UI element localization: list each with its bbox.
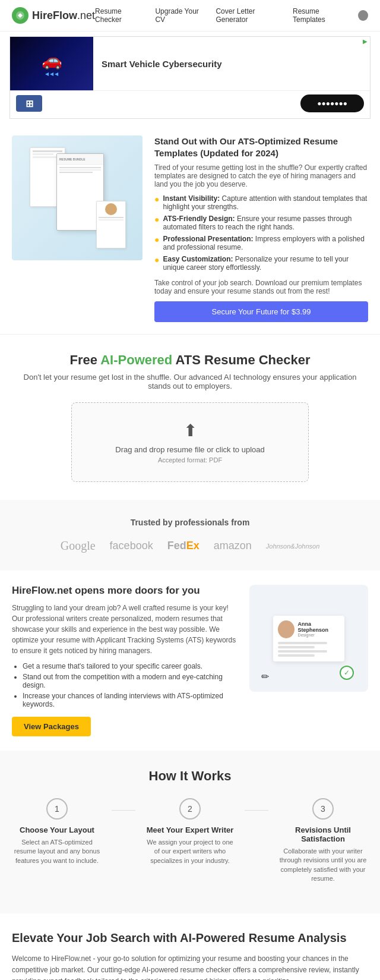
step-title-1: Choose Your Layout: [12, 825, 102, 834]
trusted-section: Trusted by professionals from Google fac…: [0, 500, 380, 571]
check-icon: ✓: [340, 666, 354, 680]
resume-preview: Anna Stephenson Designer ✓ ✏: [249, 585, 368, 692]
step-number-1: 1: [46, 798, 68, 820]
step-desc-2: We assign your project to one of our exp…: [145, 838, 235, 865]
feature-1: ●Instant Visibility: Capture attention w…: [154, 194, 368, 211]
templates-image-area: RESUME BUNDLE: [12, 136, 142, 260]
step-2: 2 Meet Your Expert Writer We assign your…: [145, 798, 235, 884]
ad-cta-button[interactable]: ●●●●●●●: [300, 94, 364, 112]
feature-3: ●Professional Presentation: Impress empl…: [154, 235, 368, 251]
templates-features: ●Instant Visibility: Capture attention w…: [154, 194, 368, 272]
format-text: Accepted format: PDF: [84, 456, 296, 464]
step-3: 3 Revisions Until Satisfaction Collabora…: [278, 798, 368, 884]
jj-logo: Johnson&Johnson: [266, 543, 320, 550]
resume-line-3: [278, 650, 327, 653]
doors-content: HireFlow.net opens more doors for you St…: [12, 585, 238, 736]
templates-subtitle: Tired of your resume getting lost in the…: [154, 163, 368, 188]
ad-banner: ▶ 🚗 ◀ ◀ ◀ Smart Vehicle Cybersecurity ⊞ …: [10, 36, 370, 119]
nav-resume-templates[interactable]: Resume Templates: [293, 7, 349, 24]
ad-title: Smart Vehicle Cybersecurity: [102, 59, 222, 69]
nav-settings-icon[interactable]: [358, 10, 368, 21]
how-section: How It Works 1 Choose Your Layout Select…: [0, 751, 380, 913]
templates-content: Stand Out with Our ATS-Optimized Resume …: [154, 136, 368, 322]
elevate-section: Elevate Your Job Search with AI-Powered …: [0, 913, 380, 980]
doors-body: Struggling to land your dream job? A wel…: [12, 603, 238, 656]
doors-image: Anna Stephenson Designer ✓ ✏: [249, 585, 368, 736]
ats-heading: Free AI-Powered ATS Resume Checker: [12, 352, 368, 368]
ats-section: Free AI-Powered ATS Resume Checker Don't…: [0, 335, 380, 500]
cta-description: Take control of your job search. Downloa…: [154, 279, 368, 295]
doors-list: Get a resume that's tailored to your spe…: [12, 662, 238, 708]
trusted-heading: Trusted by professionals from: [12, 518, 368, 527]
resume-lines: [278, 642, 340, 657]
pen-icon: ✏: [261, 671, 269, 682]
doors-list-item-3: Increase your chances of landing intervi…: [23, 692, 238, 708]
navbar: HireFlow.net Resume Checker Upgrade Your…: [0, 0, 380, 31]
logo-net: .net: [77, 10, 95, 22]
secure-btn[interactable]: Secure Your Future for $3.99: [154, 301, 368, 322]
step-desc-1: Select an ATS-optimized resume layout an…: [12, 838, 102, 865]
fedex-logo: FedEx: [167, 540, 200, 552]
resume-line-4: [278, 654, 315, 657]
ats-heading-suffix: ATS Resume Checker: [172, 352, 310, 367]
ad-arrow-icon: ▶: [363, 38, 368, 45]
ats-heading-ai: AI-Powered: [100, 352, 172, 367]
doors-heading: HireFlow.net opens more doors for you: [12, 585, 238, 597]
drag-text: Drag and drop resume file or click to up…: [84, 445, 296, 454]
ad-footer: ⊞ ●●●●●●●: [10, 90, 370, 118]
templates-section: RESUME BUNDLE Stan: [0, 124, 380, 335]
step-connector-1: [112, 798, 135, 884]
elevate-heading: Elevate Your Job Search with AI-Powered …: [12, 931, 368, 945]
view-packages-button[interactable]: View Packages: [12, 717, 91, 736]
step-1: 1 Choose Your Layout Select an ATS-optim…: [12, 798, 102, 884]
facebook-logo: facebook: [110, 540, 153, 552]
logo-icon: [15, 11, 25, 20]
ats-heading-prefix: Free: [69, 352, 100, 367]
ad-image: 🚗 ◀ ◀ ◀: [10, 37, 93, 90]
upload-area[interactable]: ⬆ Drag and drop resume file or click to …: [71, 402, 309, 482]
ad-logo-box: ⊞: [16, 95, 42, 112]
templates-heading: Stand Out with Our ATS-Optimized Resume …: [154, 136, 368, 159]
resume-card: Anna Stephenson Designer: [273, 616, 344, 661]
resume-line-1: [278, 642, 327, 644]
resume-card-name: Anna Stephenson: [298, 621, 340, 633]
nav-resume-checker[interactable]: Resume Checker: [95, 7, 145, 24]
step-desc-3: Collaborate with your writer through rev…: [278, 847, 368, 884]
nav-links: Resume Checker Upgrade Your CV Cover Let…: [95, 7, 368, 24]
doors-section: HireFlow.net opens more doors for you St…: [0, 571, 380, 751]
resume-card-header: Anna Stephenson Designer: [278, 620, 340, 638]
feature-2: ●ATS-Friendly Design: Ensure your resume…: [154, 215, 368, 231]
resume-card-title: Designer: [298, 633, 340, 637]
doors-list-item-1: Get a resume that's tailored to your spe…: [23, 662, 238, 670]
feature-4: ●Easy Customization: Personalize your re…: [154, 255, 368, 272]
logo[interactable]: HireFlow.net: [12, 7, 95, 24]
steps-row: 1 Choose Your Layout Select an ATS-optim…: [12, 798, 368, 884]
brand-logos: Google facebook FedEx amazon Johnson&Joh…: [12, 539, 368, 553]
step-title-2: Meet Your Expert Writer: [145, 825, 235, 834]
ad-content: Smart Vehicle Cybersecurity: [93, 53, 230, 75]
resume-line-2: [278, 646, 315, 648]
ats-subtitle: Don't let your resume get lost in the sh…: [12, 373, 368, 390]
google-logo: Google: [61, 539, 96, 553]
avatar: [278, 620, 294, 638]
doors-list-item-2: Stand out from the competition with a mo…: [23, 673, 238, 689]
nav-upgrade-cv[interactable]: Upgrade Your CV: [155, 7, 206, 24]
amazon-logo: amazon: [214, 540, 252, 552]
step-number-3: 3: [312, 798, 334, 820]
logo-text: HireFlow: [32, 10, 77, 22]
step-number-2: 2: [179, 798, 201, 820]
upload-icon: ⬆: [84, 421, 296, 440]
step-connector-2: [245, 798, 268, 884]
nav-cover-letter[interactable]: Cover Letter Generator: [216, 7, 283, 24]
how-heading: How It Works: [12, 768, 368, 784]
elevate-para-1: Welcome to HireFlow.net - your go-to sol…: [12, 953, 368, 980]
step-title-3: Revisions Until Satisfaction: [278, 825, 368, 843]
